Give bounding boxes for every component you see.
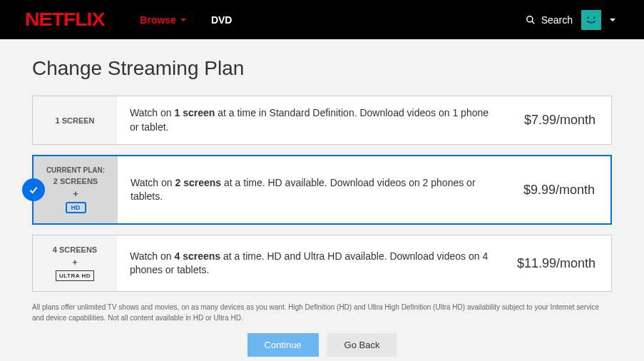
plan-label-text: 4 SCREENS — [53, 245, 97, 254]
plan-2-screens[interactable]: CURRENT PLAN: 2 SCREENS + HD Watch on 2 … — [32, 155, 612, 225]
svg-line-1 — [531, 21, 534, 24]
plan-price: $9.99/month — [511, 183, 610, 198]
caret-down-icon — [180, 19, 186, 21]
plan-label: 4 SCREENS + ULTRA HD — [33, 235, 117, 291]
nav-dvd[interactable]: DVD — [211, 14, 232, 26]
hd-badge: HD — [66, 202, 86, 213]
profile-caret-icon[interactable] — [610, 19, 615, 21]
checkmark-icon — [22, 178, 45, 201]
plus-icon: + — [72, 257, 78, 268]
plan-price: $11.99/month — [511, 256, 611, 271]
nav-browse-label: Browse — [140, 14, 176, 26]
search-label: Search — [541, 14, 573, 26]
current-plan-label: CURRENT PLAN: — [46, 166, 105, 174]
search-icon — [526, 15, 536, 25]
plan-description: Watch on 4 screens at a time. HD and Ult… — [117, 240, 511, 288]
plus-icon: + — [73, 188, 78, 199]
disclaimer: All plans offer unlimited TV shows and m… — [32, 302, 612, 323]
continue-button[interactable]: Continue — [247, 333, 319, 357]
plan-1-screen[interactable]: 1 SCREEN Watch on 1 screen at a time in … — [32, 96, 612, 145]
plan-description: Watch on 1 screen at a time in Standard … — [117, 96, 511, 144]
plan-4-screens[interactable]: 4 SCREENS + ULTRA HD Watch on 4 screens … — [32, 235, 612, 292]
plan-label: CURRENT PLAN: 2 SCREENS + HD — [34, 156, 118, 223]
netflix-logo[interactable]: NETFLIX — [25, 9, 104, 31]
plan-label-text: 1 SCREEN — [55, 116, 94, 125]
button-row: Continue Go Back — [32, 333, 612, 357]
avatar[interactable] — [581, 10, 601, 30]
plan-description: Watch on 2 screens at a time. HD availab… — [118, 166, 511, 214]
search[interactable]: Search — [526, 14, 573, 26]
ultrahd-badge: ULTRA HD — [56, 270, 94, 281]
smiley-icon — [584, 15, 598, 25]
plan-label-text: 2 SCREENS — [53, 177, 98, 185]
nav: Browse DVD — [140, 14, 232, 26]
plan-price: $7.99/month — [511, 113, 611, 128]
header: NETFLIX Browse DVD Search — [0, 0, 644, 39]
header-right: Search — [526, 10, 615, 30]
main-container: Change Streaming Plan 1 SCREEN Watch on … — [0, 39, 644, 361]
svg-point-0 — [526, 16, 532, 21]
nav-browse[interactable]: Browse — [140, 14, 186, 26]
goback-button[interactable]: Go Back — [327, 333, 397, 357]
svg-point-3 — [593, 16, 595, 18]
plan-label: 1 SCREEN — [33, 96, 117, 144]
svg-point-2 — [588, 16, 589, 18]
page-title: Change Streaming Plan — [32, 57, 612, 80]
